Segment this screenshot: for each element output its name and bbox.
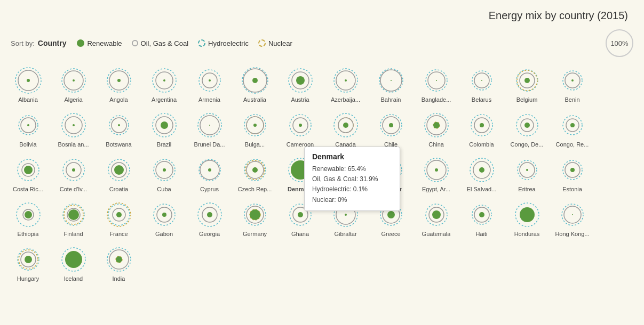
circle-wrap bbox=[150, 156, 178, 184]
country-cell[interactable]: DenmarkRenewable: 65.4%Oil, Gas & Coal: … bbox=[277, 152, 323, 197]
hydro-dot bbox=[198, 39, 205, 47]
country-name: Egypt, Ar... bbox=[422, 186, 450, 192]
sort-by-value[interactable]: Country bbox=[38, 39, 67, 47]
country-cell[interactable]: Cote d'Iv... bbox=[51, 152, 96, 197]
country-cell[interactable]: Gibraltar bbox=[323, 197, 368, 241]
country-cell[interactable]: Belgium bbox=[504, 62, 550, 107]
circle-wrap bbox=[287, 156, 314, 184]
svg-point-160 bbox=[520, 207, 535, 222]
percent-badge[interactable]: 100% bbox=[606, 29, 633, 57]
country-cell[interactable]: Egypt, Ar... bbox=[414, 152, 459, 197]
country-name: Cote d'Iv... bbox=[60, 186, 87, 192]
svg-point-58 bbox=[253, 124, 257, 127]
circle-wrap bbox=[150, 111, 178, 139]
country-cell[interactable]: Finland bbox=[51, 197, 96, 241]
country-cell[interactable]: Ghana bbox=[277, 197, 323, 241]
country-cell[interactable]: Hong Kong... bbox=[550, 197, 595, 241]
country-name: Gabon bbox=[155, 231, 173, 237]
country-name: Belarus bbox=[472, 96, 491, 103]
country-cell[interactable]: Domincan... bbox=[323, 152, 368, 197]
country-cell[interactable]: Germany bbox=[232, 197, 277, 241]
country-name: Hungary bbox=[17, 275, 39, 282]
country-cell[interactable]: El Salvad... bbox=[459, 152, 504, 197]
country-name: Belgium bbox=[516, 96, 538, 103]
circle-wrap bbox=[423, 111, 450, 139]
svg-point-109 bbox=[389, 168, 393, 172]
svg-point-106 bbox=[344, 168, 347, 172]
country-cell[interactable]: China bbox=[414, 107, 459, 152]
country-cell[interactable]: Austria bbox=[277, 62, 323, 107]
svg-point-128 bbox=[68, 209, 79, 220]
circle-wrap bbox=[423, 67, 450, 94]
circle-wrap bbox=[105, 156, 133, 184]
country-name: Guatemala bbox=[422, 231, 451, 237]
country-cell[interactable]: Bolivia bbox=[5, 107, 51, 152]
country-cell[interactable]: Eritrea bbox=[504, 152, 550, 197]
country-cell[interactable]: Czech Rep... bbox=[232, 152, 277, 197]
country-cell[interactable]: Algeria bbox=[51, 62, 96, 107]
country-cell[interactable]: Cyprus bbox=[187, 152, 232, 197]
country-cell[interactable]: Albania bbox=[5, 62, 51, 107]
country-cell[interactable]: Haiti bbox=[459, 197, 504, 241]
country-cell[interactable]: Bulga... bbox=[232, 107, 277, 152]
country-name: Ghana bbox=[291, 231, 309, 237]
country-cell[interactable]: Armenia bbox=[187, 62, 232, 107]
country-cell[interactable]: Chile bbox=[368, 107, 414, 152]
legend-oil-gas[interactable]: Oil, Gas & Coal bbox=[132, 39, 189, 47]
circle-wrap bbox=[513, 156, 541, 184]
country-cell[interactable]: Azerbaija... bbox=[323, 62, 368, 107]
country-name: Ecuador bbox=[380, 186, 402, 192]
country-cell[interactable]: Ecuador bbox=[368, 152, 414, 197]
country-cell[interactable]: Australia bbox=[232, 62, 277, 107]
country-name: Iceland bbox=[64, 275, 83, 282]
country-cell[interactable]: Bahrain bbox=[368, 62, 414, 107]
legend-renewable[interactable]: Renewable bbox=[77, 39, 122, 47]
country-cell[interactable]: Greece bbox=[368, 197, 414, 241]
country-cell[interactable]: Costa Ric... bbox=[5, 152, 51, 197]
country-cell[interactable]: Iceland bbox=[51, 241, 96, 286]
country-cell[interactable]: Banglade... bbox=[414, 62, 459, 107]
country-name: Chile bbox=[384, 141, 397, 148]
country-cell[interactable]: Honduras bbox=[504, 197, 550, 241]
legend-hydro[interactable]: Hydroelectric bbox=[198, 39, 249, 47]
country-cell[interactable]: Brunei Da... bbox=[187, 107, 232, 152]
country-cell[interactable]: Cuba bbox=[141, 152, 187, 197]
country-cell[interactable]: Congo, Re... bbox=[550, 107, 595, 152]
svg-point-68 bbox=[389, 123, 393, 127]
country-cell[interactable]: Argentina bbox=[141, 62, 187, 107]
nuclear-dot bbox=[258, 39, 266, 47]
svg-point-29 bbox=[436, 80, 437, 81]
country-cell[interactable]: Canada bbox=[323, 107, 368, 152]
country-cell[interactable]: Guatemala bbox=[414, 197, 459, 241]
country-name: Benin bbox=[565, 96, 579, 103]
country-cell[interactable]: Colombia bbox=[459, 107, 504, 152]
country-name: Brazil bbox=[157, 141, 172, 148]
country-name: El Salvad... bbox=[467, 186, 497, 192]
country-name: Croatia bbox=[109, 186, 128, 192]
country-cell[interactable]: India bbox=[96, 241, 141, 286]
country-cell[interactable]: Estonia bbox=[550, 152, 595, 197]
country-cell[interactable]: Brazil bbox=[141, 107, 187, 152]
legend-nuclear[interactable]: Nuclear bbox=[258, 39, 292, 47]
country-name: Colombia bbox=[469, 141, 494, 148]
country-cell[interactable]: Croatia bbox=[96, 152, 141, 197]
circle-wrap bbox=[196, 67, 224, 94]
country-cell[interactable]: Belarus bbox=[459, 62, 504, 107]
country-cell[interactable]: Benin bbox=[550, 62, 595, 107]
country-cell[interactable]: Hungary bbox=[5, 241, 51, 286]
country-cell[interactable]: Cameroon bbox=[277, 107, 323, 152]
circle-wrap bbox=[332, 156, 360, 184]
country-cell[interactable]: Botswana bbox=[96, 107, 141, 152]
country-cell[interactable]: Georgia bbox=[187, 197, 232, 241]
circle-wrap bbox=[241, 111, 269, 139]
country-cell[interactable]: Angola bbox=[96, 62, 141, 107]
country-cell[interactable]: France bbox=[96, 197, 141, 241]
country-cell[interactable]: Gabon bbox=[141, 197, 187, 241]
circle-wrap bbox=[559, 67, 586, 94]
svg-point-93 bbox=[163, 168, 166, 172]
country-name: Georgia bbox=[199, 231, 220, 237]
country-cell[interactable]: Bosnia an... bbox=[51, 107, 96, 152]
country-cell[interactable]: Ethiopia bbox=[5, 197, 51, 241]
country-cell[interactable]: Congo, De... bbox=[504, 107, 550, 152]
svg-point-174 bbox=[116, 256, 122, 263]
